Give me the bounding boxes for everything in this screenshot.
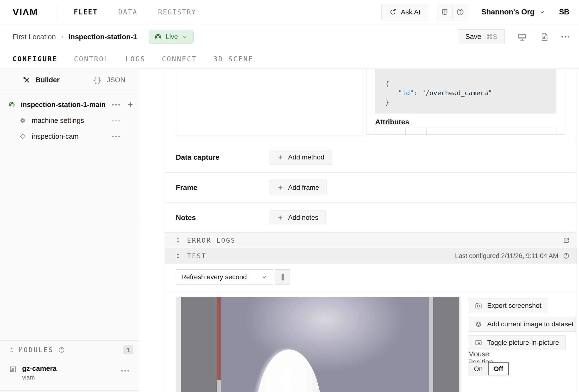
module-item-gz-camera[interactable]: gz-camera viam <box>0 365 139 381</box>
add-method-button[interactable]: Add method <box>270 150 332 165</box>
nav-item-fleet[interactable]: FLEET <box>74 8 98 16</box>
export-screenshot-button[interactable]: Export screenshot <box>468 298 548 313</box>
mode-json[interactable]: {} JSON <box>93 76 125 84</box>
attributes-title: Attributes <box>375 118 556 126</box>
more-options-button[interactable] <box>562 36 569 38</box>
add-component-button[interactable]: + <box>128 100 133 109</box>
modules-title: MODULES <box>19 346 54 354</box>
tab-logs[interactable]: LOGS <box>126 55 145 63</box>
code-key: "id" <box>398 89 414 97</box>
module-texts: gz-camera viam <box>22 365 57 381</box>
breadcrumb-machine-name: inspection-station-1 <box>69 33 137 41</box>
open-external-icon[interactable] <box>563 237 570 244</box>
braces-icon: {} <box>93 76 101 84</box>
add-frame-button[interactable]: Add frame <box>270 180 327 195</box>
unfold-icon[interactable] <box>175 237 181 244</box>
config-main-area: { "id": "/overhead_camera" } Attributes <box>139 69 579 392</box>
component-card-inspection-cam: { "id": "/overhead_camera" } Attributes <box>165 69 577 392</box>
attributes-col-1 <box>375 128 390 135</box>
diamond-icon <box>19 133 26 140</box>
scroll-rule <box>153 69 153 392</box>
builder-label: Builder <box>36 76 60 84</box>
user-avatar[interactable]: SB <box>559 8 569 16</box>
help-button[interactable] <box>452 4 468 20</box>
error-logs-title: ERROR LOGS <box>187 237 236 244</box>
machine-status-badge[interactable]: Live <box>148 30 194 44</box>
toggle-pip-label: Toggle picture-in-picture <box>487 339 559 347</box>
machine-root-label: inspection-station-1-main <box>21 101 106 109</box>
refresh-rate-select[interactable]: Refresh every second <box>176 269 273 285</box>
notes-label: Notes <box>176 214 267 222</box>
docs-button[interactable] <box>437 4 452 20</box>
config-sidebar: Builder {} JSON inspection-station-1-mai… <box>0 69 139 392</box>
stream-red-pillar <box>217 297 221 380</box>
gear-icon <box>19 117 26 124</box>
add-notes-button[interactable]: Add notes <box>270 210 326 225</box>
add-image-to-dataset-button[interactable]: Add current image to dataset <box>468 317 577 332</box>
machine-settings-menu-button[interactable] <box>112 120 120 121</box>
component-config-section: { "id": "/overhead_camera" } Attributes <box>165 69 577 142</box>
camera-icon <box>475 302 482 310</box>
tab-3d-scene[interactable]: 3D SCENE <box>213 55 253 63</box>
attributes-col-4 <box>427 128 556 135</box>
modules-count-badge: 1 <box>123 345 133 354</box>
code-value: "/overhead_camera" <box>422 89 492 97</box>
stream-light-glow <box>221 297 429 392</box>
save-label: Save <box>465 33 481 41</box>
nav-item-registry[interactable]: REGISTRY <box>158 8 196 16</box>
mode-builder[interactable]: Builder <box>23 76 60 84</box>
breadcrumb-separator: › <box>61 33 63 40</box>
plus-icon <box>277 154 284 161</box>
tree-item-inspection-cam[interactable]: inspection-cam <box>0 128 139 144</box>
tools-icon <box>23 76 30 84</box>
nav-item-data[interactable]: DATA <box>118 8 137 16</box>
ask-ai-button[interactable]: Ask AI <box>381 4 428 20</box>
inspection-cam-menu-button[interactable] <box>112 136 120 137</box>
modules-help-icon[interactable] <box>58 346 65 354</box>
code-line-open: { <box>385 79 492 88</box>
toggle-on-option[interactable]: On <box>468 362 488 375</box>
tab-connect[interactable]: CONNECT <box>162 55 197 63</box>
machine-report-button[interactable] <box>540 32 549 41</box>
module-org: viam <box>22 374 57 381</box>
control-preview-button[interactable] <box>517 32 527 42</box>
collapse-icon[interactable] <box>175 252 181 259</box>
toggle-off-option[interactable]: Off <box>488 362 509 375</box>
json-preview-block: { "id": "/overhead_camera" } <box>375 69 556 113</box>
tab-control[interactable]: CONTROL <box>74 55 109 63</box>
primary-nav: FLEET DATA REGISTRY <box>74 8 196 16</box>
machine-settings-label: machine settings <box>32 117 84 125</box>
add-notes-label: Add notes <box>288 214 318 222</box>
app-window: VIΛM FLEET DATA REGISTRY Ask AI <box>0 0 579 392</box>
notes-row: Notes Add notes <box>165 203 577 232</box>
help-button-group <box>437 4 468 20</box>
question-circle-icon[interactable] <box>563 252 570 259</box>
json-label: JSON <box>107 76 125 84</box>
machine-part-tree: inspection-station-1-main + machin <box>0 91 139 144</box>
pause-icon <box>282 274 284 280</box>
attributes-col-2 <box>390 128 406 135</box>
plus-icon <box>277 214 284 221</box>
machine-root-menu-button[interactable] <box>112 104 120 106</box>
broadcast-icon <box>154 33 162 41</box>
breadcrumb: First Location › inspection-station-1 <box>12 33 137 41</box>
add-image-to-dataset-label: Add current image to dataset <box>487 320 574 328</box>
tree-item-machine-root[interactable]: inspection-station-1-main + <box>0 97 139 113</box>
module-menu-button[interactable] <box>121 370 129 372</box>
code-line-id: "id": "/overhead_camera" <box>385 88 492 98</box>
pause-refresh-button[interactable] <box>275 269 290 285</box>
tree-item-machine-settings[interactable]: machine settings <box>0 113 139 128</box>
add-method-label: Add method <box>288 154 324 161</box>
collapse-icon[interactable] <box>8 347 15 353</box>
picture-in-picture-icon <box>475 339 482 347</box>
ask-ai-label: Ask AI <box>401 8 421 16</box>
test-body: Refresh every second <box>165 264 577 392</box>
monitor-icon <box>517 32 527 42</box>
save-button[interactable]: Save ⌘S <box>458 29 505 44</box>
tab-configure[interactable]: CONFIGURE <box>12 55 58 63</box>
toggle-pip-button[interactable]: Toggle picture-in-picture <box>468 335 566 350</box>
inspection-cam-label: inspection-cam <box>32 133 79 141</box>
breadcrumb-location[interactable]: First Location <box>12 33 56 41</box>
org-switcher[interactable]: Shannon's Org <box>481 8 546 16</box>
data-capture-label: Data capture <box>176 153 267 161</box>
